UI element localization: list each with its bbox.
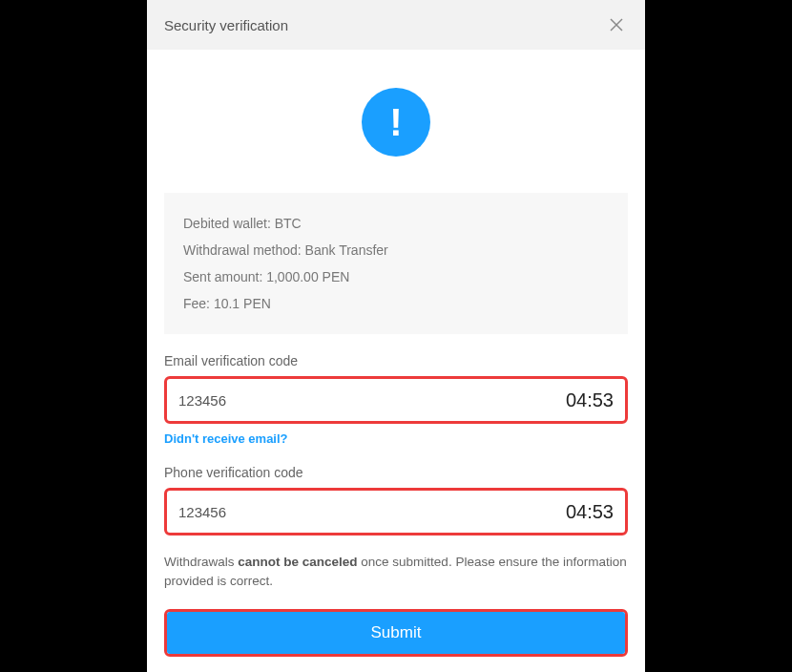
email-code-field: 04:53 (164, 376, 628, 424)
modal-body: ! Debited wallet: BTC Withdrawal method:… (147, 50, 645, 672)
sent-amount-label: Sent amount: (183, 269, 266, 284)
debited-wallet-value: BTC (275, 216, 302, 231)
email-code-label: Email verification code (164, 353, 628, 368)
withdrawal-summary: Debited wallet: BTC Withdrawal method: B… (164, 193, 628, 334)
fee-row: Fee: 10.1 PEN (183, 290, 609, 317)
modal-title: Security verification (164, 17, 288, 33)
fee-label: Fee: (183, 296, 214, 311)
fee-value: 10.1 PEN (214, 296, 271, 311)
email-code-input[interactable] (178, 392, 566, 409)
debited-wallet-row: Debited wallet: BTC (183, 210, 609, 237)
warning-prefix: Withdrawals (164, 555, 238, 569)
sent-amount-row: Sent amount: 1,000.00 PEN (183, 263, 609, 290)
cancellation-warning: Withdrawals cannot be canceled once subm… (164, 553, 628, 592)
submit-button[interactable]: Submit (167, 612, 625, 654)
withdrawal-method-label: Withdrawal method: (183, 242, 305, 258)
alert-icon: ! (362, 88, 430, 157)
phone-code-timer: 04:53 (566, 501, 614, 523)
phone-code-input[interactable] (178, 504, 566, 520)
phone-code-field: 04:53 (164, 488, 628, 536)
sent-amount-value: 1,000.00 PEN (266, 269, 349, 284)
close-icon (609, 17, 624, 32)
exclamation-icon: ! (389, 103, 402, 141)
close-button[interactable] (605, 13, 628, 36)
withdrawal-method-row: Withdrawal method: Bank Transfer (183, 237, 609, 263)
debited-wallet-label: Debited wallet: (183, 216, 275, 231)
modal-header: Security verification (147, 0, 645, 50)
resend-email-link[interactable]: Didn't receive email? (164, 431, 288, 446)
phone-code-label: Phone verification code (164, 465, 628, 480)
withdrawal-method-value: Bank Transfer (305, 242, 388, 258)
email-code-timer: 04:53 (566, 389, 614, 411)
security-verification-modal: Security verification ! Debited wallet: … (147, 0, 645, 672)
submit-highlight: Submit (164, 609, 628, 657)
warning-bold: cannot be canceled (238, 555, 357, 569)
